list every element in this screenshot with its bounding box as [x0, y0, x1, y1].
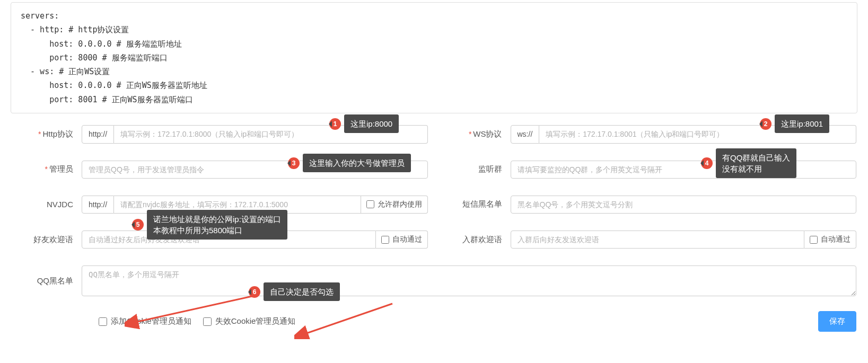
field-http: *Http协议 http://: [12, 125, 428, 144]
group-input[interactable]: [511, 231, 805, 249]
group-suffix[interactable]: 自动通过: [804, 231, 856, 249]
friend-label: 好友欢迎语: [33, 235, 73, 244]
qqbl-label: QQ黑名单: [37, 276, 73, 285]
listen-label: 监听群: [478, 164, 502, 173]
ws-addon: ws://: [511, 125, 540, 144]
footer: 添加Cookie管理员通知 失效Cookie管理员通知 保存: [12, 311, 856, 332]
ws-input[interactable]: [539, 125, 856, 144]
save-button[interactable]: 保存: [818, 311, 856, 332]
nvjdc-suffix[interactable]: 允许群内使用: [361, 196, 428, 214]
http-label: Http协议: [42, 129, 73, 138]
field-nvjdc: NVJDC http:// 允许群内使用: [12, 196, 428, 214]
field-qqbl: QQ黑名单: [12, 265, 856, 296]
friend-checkbox[interactable]: [381, 236, 389, 244]
invalid-cookie-checkbox[interactable]: 失效Cookie管理员通知: [203, 316, 296, 326]
field-admin: *管理员: [12, 161, 428, 179]
http-input[interactable]: [114, 125, 427, 144]
listen-input[interactable]: [511, 161, 857, 179]
field-listen: 监听群: [441, 161, 857, 179]
ws-label: WS协议: [473, 129, 502, 138]
field-ws: *WS协议 ws://: [441, 125, 857, 144]
sms-input[interactable]: [511, 196, 857, 214]
field-friend: 好友欢迎语 自动通过: [12, 231, 428, 249]
http-addon: http://: [82, 125, 114, 144]
sms-label: 短信黑名单: [462, 199, 502, 208]
field-sms: 短信黑名单: [441, 196, 857, 214]
nvjdc-addon: http://: [82, 196, 114, 214]
friend-suffix[interactable]: 自动通过: [376, 231, 428, 249]
admin-input[interactable]: [82, 161, 428, 179]
group-checkbox[interactable]: [810, 236, 818, 244]
qqbl-input[interactable]: [82, 265, 856, 296]
nvjdc-label: NVJDC: [47, 200, 73, 209]
field-group: 入群欢迎语 自动通过: [441, 231, 857, 249]
group-label: 入群欢迎语: [462, 235, 502, 244]
friend-input[interactable]: [82, 231, 376, 249]
add-cookie-checkbox[interactable]: 添加Cookie管理员通知: [99, 316, 191, 326]
nvjdc-input[interactable]: [114, 196, 361, 214]
config-code-block: servers: - http: # http协议设置 host: 0.0.0.…: [11, 2, 857, 113]
admin-label: 管理员: [49, 164, 73, 173]
form-area: *Http协议 http:// *WS协议 ws:// *管理员 监听群: [11, 125, 857, 332]
nvjdc-checkbox[interactable]: [366, 200, 374, 208]
code-text: servers: - http: # http协议设置 host: 0.0.0.…: [21, 9, 847, 107]
